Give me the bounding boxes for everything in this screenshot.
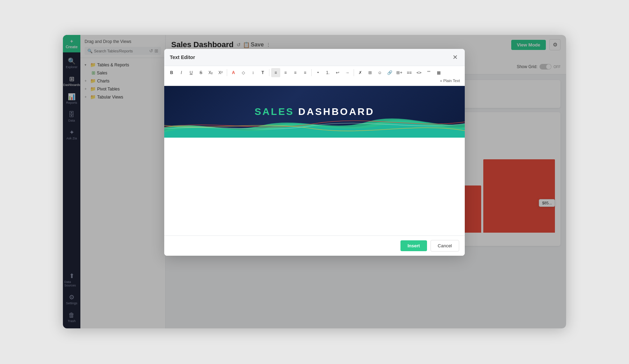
- superscript-button[interactable]: X²: [216, 68, 225, 77]
- banner-title: SALES DASHBOARD: [254, 106, 374, 117]
- table-button[interactable]: ⊞: [366, 68, 375, 77]
- formula-button[interactable]: ⊞+: [395, 68, 404, 77]
- subscript-button[interactable]: X₂: [206, 68, 215, 77]
- plain-text-button[interactable]: « Plain Text: [438, 78, 462, 83]
- modal-overlay: Text Editor ✕ B I U S X₂ X² A ◇ ↕ T: [166, 35, 566, 328]
- modal-title: Text Editor: [170, 54, 195, 60]
- modal-close-button[interactable]: ✕: [451, 53, 459, 61]
- banner-dashboard-word: DASHBOARD: [298, 106, 375, 117]
- font-family-button[interactable]: T: [258, 68, 267, 77]
- bold-button[interactable]: B: [167, 68, 176, 77]
- underline-button[interactable]: U: [187, 68, 196, 77]
- insert-button[interactable]: Insert: [400, 240, 427, 251]
- separator-1: [227, 69, 227, 76]
- modal-body: SALES DASHBOARD: [166, 86, 465, 235]
- strikethrough-button[interactable]: S: [196, 68, 205, 77]
- ordered-list-button[interactable]: 1.: [323, 68, 332, 77]
- banner-image: SALES DASHBOARD: [166, 86, 465, 138]
- align-center-button[interactable]: ≡: [281, 68, 290, 77]
- main-content: Sales Dashboard ↺ 📋 Save ⋮ View Mode ⚙: [166, 35, 566, 328]
- blockquote-button[interactable]: "": [424, 68, 433, 77]
- italic-button[interactable]: I: [177, 68, 186, 77]
- outdent-button[interactable]: ↩: [333, 68, 342, 77]
- highlight-button[interactable]: ◇: [239, 68, 248, 77]
- modal-footer: Insert Cancel: [166, 235, 465, 256]
- unordered-list-button[interactable]: •: [313, 68, 323, 77]
- emoji-button[interactable]: ☺: [375, 68, 384, 77]
- modal-header: Text Editor ✕: [166, 49, 465, 66]
- font-color-button[interactable]: A: [229, 68, 238, 77]
- indent-button[interactable]: →: [343, 68, 352, 77]
- text-editor-modal: Text Editor ✕ B I U S X₂ X² A ◇ ↕ T: [166, 49, 465, 256]
- clear-formatting-button[interactable]: ✗: [356, 68, 365, 77]
- align-right-button[interactable]: ≡: [291, 68, 300, 77]
- horizontal-rule-button[interactable]: ≡≡: [405, 68, 414, 77]
- modal-toolbar: B I U S X₂ X² A ◇ ↕ T ≡ ≡ ≡ ≡: [166, 66, 465, 86]
- special-chars-button[interactable]: ▦: [434, 68, 443, 77]
- separator-4: [354, 69, 354, 76]
- modal-content-area[interactable]: [166, 138, 465, 235]
- align-justify-button[interactable]: ≡: [301, 68, 310, 77]
- link-button[interactable]: 🔗: [385, 68, 394, 77]
- banner-sales-word: SALES: [254, 106, 294, 117]
- code-button[interactable]: <>: [414, 68, 424, 77]
- cancel-button[interactable]: Cancel: [431, 240, 459, 252]
- font-size-button[interactable]: ↕: [248, 68, 258, 77]
- separator-3: [311, 69, 312, 76]
- align-left-button[interactable]: ≡: [271, 68, 280, 77]
- separator-2: [269, 69, 269, 76]
